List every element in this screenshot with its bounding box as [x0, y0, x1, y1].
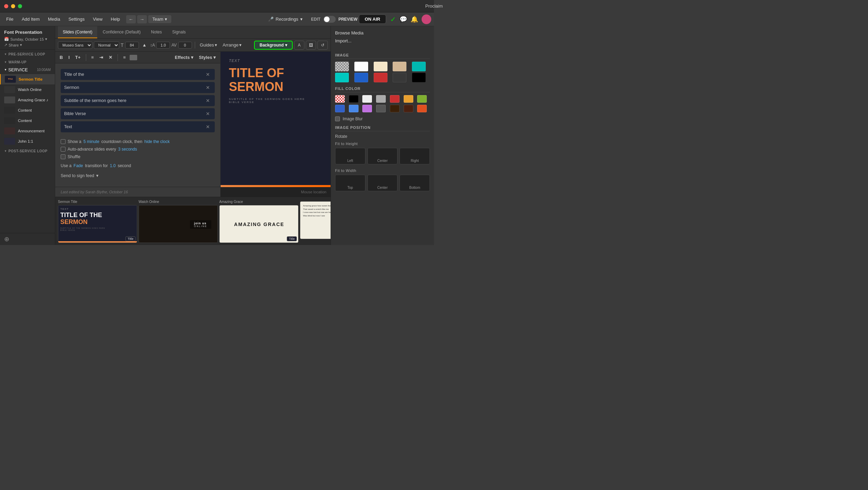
- share-button[interactable]: ↗ Share ▾: [4, 43, 51, 47]
- swatch-white[interactable]: [354, 62, 368, 71]
- tab-confidence[interactable]: Confidence (Default): [98, 26, 145, 38]
- auto-advance-checkbox[interactable]: [61, 147, 65, 152]
- slide-field-1[interactable]: Title of the ✕: [61, 69, 215, 80]
- avatar[interactable]: [422, 14, 431, 24]
- minimize-button[interactable]: [11, 4, 15, 8]
- bell-icon[interactable]: 🔔: [411, 16, 418, 23]
- font-size-up[interactable]: ▲: [140, 41, 149, 49]
- line-height-input[interactable]: [156, 42, 170, 49]
- sidebar-add-button[interactable]: ⊕: [0, 233, 55, 245]
- fit-width-bottom[interactable]: Bottom: [400, 175, 430, 191]
- film-thumb-amazing-grace[interactable]: AMAZING GRACE Title: [219, 205, 299, 243]
- menu-file[interactable]: File: [3, 15, 17, 23]
- transition-duration-link[interactable]: 1.0: [110, 163, 116, 168]
- sidebar-section-pre-service[interactable]: ▼ PRE-SERVICE LOOP: [0, 50, 55, 58]
- list-button[interactable]: ≡: [90, 54, 96, 61]
- on-air-button[interactable]: ON AIR: [359, 14, 386, 24]
- recordings-button[interactable]: 🎤 Recordings ▾: [264, 15, 307, 23]
- image-button[interactable]: 🖼: [306, 41, 316, 50]
- sidebar-item-john[interactable]: John 1:1: [0, 136, 55, 146]
- fill-swatch-transparent[interactable]: [335, 95, 345, 103]
- sidebar-item-announcement[interactable]: Announcement: [0, 126, 55, 136]
- transition-type-link[interactable]: Fade: [73, 163, 83, 168]
- fill-swatch-brown[interactable]: [390, 105, 400, 112]
- image-blur-checkbox[interactable]: [335, 116, 340, 121]
- tab-notes[interactable]: Notes: [146, 26, 166, 38]
- fill-swatch-orange[interactable]: [404, 95, 413, 103]
- redo-button[interactable]: →: [137, 15, 147, 23]
- maximize-button[interactable]: [18, 4, 22, 8]
- shuffle-checkbox[interactable]: [61, 154, 65, 159]
- guides-button[interactable]: Guides ▾: [198, 41, 219, 49]
- bold-button[interactable]: B: [58, 54, 64, 61]
- fill-swatch-purple[interactable]: [362, 105, 372, 112]
- browse-media-item[interactable]: Browse Media: [331, 29, 434, 37]
- sidebar-item-watch-online[interactable]: Watch Online: [0, 84, 55, 95]
- clear-button[interactable]: ✕: [107, 54, 114, 61]
- remove-field-1[interactable]: ✕: [204, 72, 211, 77]
- fit-height-right[interactable]: Right: [400, 148, 430, 164]
- menu-media[interactable]: Media: [44, 15, 63, 23]
- text-transform-button[interactable]: T+: [73, 54, 82, 61]
- fill-swatch-green[interactable]: [417, 95, 427, 103]
- sidebar-item-content-1[interactable]: Content: [0, 105, 55, 115]
- fill-swatch-black[interactable]: [349, 95, 359, 103]
- fill-swatch-blue[interactable]: [335, 105, 345, 112]
- fill-swatch-redobrange[interactable]: [417, 105, 427, 112]
- font-family-select[interactable]: Museo Sans: [58, 41, 92, 49]
- sidebar-section-post-service[interactable]: ▼ POST-SERVICE LOOP: [0, 146, 55, 154]
- italic-button[interactable]: I: [67, 54, 71, 61]
- menu-add-item[interactable]: Add Item: [18, 15, 43, 23]
- import-item[interactable]: Import...: [331, 37, 434, 45]
- sidebar-item-sermon-title[interactable]: TITLE Sermon Title: [0, 74, 55, 84]
- slide-field-3[interactable]: Subtitle of the sermon goes here ✕: [61, 95, 215, 106]
- fit-height-center[interactable]: Center: [367, 148, 398, 164]
- team-button[interactable]: Team ▾: [148, 15, 171, 23]
- fill-swatch-darkgray[interactable]: [376, 105, 386, 112]
- date-selector[interactable]: 📅 Sunday, October 15 ▾: [4, 37, 51, 41]
- swatch-darkgray[interactable]: [393, 73, 406, 82]
- undo-button[interactable]: ←: [126, 15, 136, 23]
- text-style-button[interactable]: A: [294, 41, 304, 50]
- film-thumb-sermon-title[interactable]: TEXT TITLE OF THESERMON SUBTITLE OF THE …: [58, 205, 137, 243]
- remove-field-2[interactable]: ✕: [204, 85, 211, 90]
- swatch-black[interactable]: [412, 73, 426, 82]
- tab-signals[interactable]: Signals: [167, 26, 190, 38]
- swatch-tan[interactable]: [393, 62, 406, 71]
- swatch-blue[interactable]: [354, 73, 368, 82]
- chat-icon[interactable]: 💬: [400, 16, 407, 23]
- swatch-teal2[interactable]: [335, 73, 349, 82]
- fill-swatch-red[interactable]: [390, 95, 400, 103]
- slide-field-2[interactable]: Sermon ✕: [61, 82, 215, 93]
- fit-height-left[interactable]: Left: [335, 148, 365, 164]
- swatch-transparent[interactable]: [335, 62, 349, 71]
- fit-width-top[interactable]: Top: [335, 175, 365, 191]
- font-style-select[interactable]: Normal: [94, 41, 119, 49]
- menu-view[interactable]: View: [89, 15, 106, 23]
- swatch-cream[interactable]: [374, 62, 387, 71]
- edit-preview-switch[interactable]: [323, 16, 336, 23]
- swatch-red[interactable]: [374, 73, 387, 82]
- menu-settings[interactable]: Settings: [65, 15, 88, 23]
- effects-button[interactable]: Effects ▾: [173, 54, 195, 61]
- countdown-time-link[interactable]: 5 minute: [83, 139, 99, 144]
- swatch-teal[interactable]: [412, 62, 426, 71]
- hide-clock-link[interactable]: hide the clock: [144, 139, 170, 144]
- slide-field-5[interactable]: Text ✕: [61, 121, 215, 132]
- fill-swatch-blue2[interactable]: [349, 105, 359, 112]
- film-thumb-lyrics-1[interactable]: Amazing grace how sweet the sound That s…: [300, 201, 331, 239]
- fit-width-center[interactable]: Center: [367, 175, 398, 191]
- sidebar-item-content-2[interactable]: Content: [0, 115, 55, 126]
- font-size-input[interactable]: [125, 42, 139, 49]
- auto-advance-time-link[interactable]: 3 seconds: [118, 147, 137, 152]
- sidebar-item-amazing-grace[interactable]: Amazing Grace ♪: [0, 95, 55, 105]
- menu-help[interactable]: Help: [107, 15, 123, 23]
- refresh-button[interactable]: ↺: [317, 41, 328, 50]
- color-button[interactable]: [130, 55, 137, 60]
- remove-field-4[interactable]: ✕: [204, 111, 211, 116]
- film-thumb-watch-online[interactable]: join us ONLINE: [139, 205, 218, 243]
- tab-slides-content[interactable]: Slides (Content): [58, 26, 97, 38]
- styles-button[interactable]: Styles ▾: [197, 54, 218, 61]
- remove-field-5[interactable]: ✕: [204, 124, 211, 130]
- letter-spacing-input[interactable]: [178, 42, 192, 49]
